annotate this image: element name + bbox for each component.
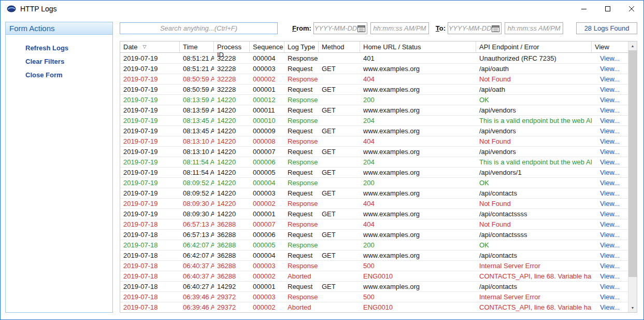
column-header-status[interactable]: Home URL / Status: [360, 41, 476, 52]
cell-status: ENG0010: [360, 271, 476, 281]
cell-method: GET: [319, 64, 360, 74]
from-time-input[interactable]: [371, 23, 428, 34]
cell-view: View...: [592, 126, 628, 136]
view-link[interactable]: View...: [600, 231, 620, 239]
view-link[interactable]: View...: [600, 252, 620, 259]
vertical-scrollbar[interactable]: ▲ ▼: [628, 41, 637, 312]
logs-found-button[interactable]: 28 Logs Found: [576, 22, 637, 34]
view-link[interactable]: View...: [600, 283, 620, 290]
log-row[interactable]: 2019-07-1908:51:21 AM32228000003RequestG…: [120, 64, 628, 74]
view-link[interactable]: View...: [600, 293, 620, 301]
view-link[interactable]: View...: [600, 117, 620, 124]
log-row[interactable]: 2019-07-1908:50:59 AM32228000001RequestG…: [120, 85, 628, 95]
log-row[interactable]: 2019-07-1908:09:30 AM14220000001RequestG…: [120, 209, 628, 219]
sidebar-action-close-form[interactable]: Close Form: [6, 70, 112, 80]
cell-time: 08:13:10 AM: [180, 136, 214, 146]
log-row[interactable]: 2019-07-1908:13:59 AM14220000012Response…: [120, 95, 628, 105]
cell-view: View...: [592, 282, 628, 291]
log-row[interactable]: 2019-07-1806:39:46 AM29372000002AbortedE…: [120, 302, 628, 312]
cell-pid: 14220: [214, 147, 250, 157]
cell-pid: 14220: [214, 178, 250, 188]
log-row[interactable]: 2019-07-1908:09:30 AM14220000002Response…: [120, 199, 628, 209]
view-link[interactable]: View...: [600, 96, 620, 104]
search-input[interactable]: [120, 22, 278, 34]
minimize-button[interactable]: [572, 1, 596, 17]
log-row[interactable]: 2019-07-1908:13:10 AM14220000008Response…: [120, 136, 628, 147]
cell-date: 2019-07-18: [120, 261, 180, 271]
log-row[interactable]: 2019-07-1908:11:54 AM14220000005RequestG…: [120, 168, 628, 178]
view-link[interactable]: View...: [600, 137, 620, 145]
view-link[interactable]: View...: [600, 148, 620, 156]
log-row[interactable]: 2019-07-1908:13:45 AM14220000009RequestG…: [120, 126, 628, 136]
view-link[interactable]: View...: [600, 169, 620, 176]
cell-pid: 14220: [214, 157, 250, 167]
view-link[interactable]: View...: [600, 127, 620, 135]
to-date-input[interactable]: [448, 23, 492, 34]
sidebar-action-clear-filters[interactable]: Clear Filters: [6, 57, 112, 66]
close-button[interactable]: [620, 1, 643, 17]
column-header-pid[interactable]: Process ID: [214, 41, 250, 52]
column-header-type[interactable]: Log Type: [284, 41, 319, 52]
column-header-detail[interactable]: API Endpoint / Error: [476, 41, 592, 52]
scroll-thumb[interactable]: [628, 50, 637, 277]
cell-method: GET: [319, 105, 360, 115]
cell-method: [319, 157, 360, 167]
log-row[interactable]: 2019-07-1806:39:46 AM29372000003Response…: [120, 292, 628, 302]
cell-time: 08:09:30 AM: [180, 209, 214, 219]
log-row[interactable]: 2019-07-1806:40:37 AM36288000002AbortedE…: [120, 271, 628, 282]
view-link[interactable]: View...: [600, 106, 620, 114]
view-link[interactable]: View...: [600, 241, 620, 249]
log-row[interactable]: 2019-07-1908:51:21 AM32228000004Response…: [120, 53, 628, 64]
cell-method: GET: [319, 188, 360, 198]
cell-type: Response: [284, 157, 319, 167]
log-row[interactable]: 2019-07-1908:11:54 AM14220000006Response…: [120, 157, 628, 168]
cell-seq: 000006: [250, 157, 284, 167]
view-link[interactable]: View...: [600, 262, 620, 270]
cell-status: 200: [360, 178, 476, 188]
log-row[interactable]: 2019-07-1806:42:07 AM36288000005Response…: [120, 240, 628, 251]
column-header-seq[interactable]: Sequence: [250, 41, 284, 52]
log-row[interactable]: 2019-07-1806:42:07 AM36288000004RequestG…: [120, 251, 628, 261]
cell-pid: 14220: [214, 105, 250, 115]
calendar-icon[interactable]: [357, 25, 365, 32]
column-header-time[interactable]: Time: [180, 41, 214, 52]
log-row[interactable]: 2019-07-1908:09:52 AM14220000004Response…: [120, 178, 628, 188]
scroll-down-button[interactable]: ▼: [628, 303, 637, 312]
column-header-view[interactable]: View: [592, 41, 628, 52]
view-link[interactable]: View...: [600, 75, 620, 83]
cell-view: View...: [592, 209, 628, 219]
log-row[interactable]: 2019-07-1908:09:52 AM14220000003RequestG…: [120, 188, 628, 199]
scroll-up-button[interactable]: ▲: [628, 41, 637, 50]
view-link[interactable]: View...: [600, 210, 620, 218]
sidebar-action-refresh-logs[interactable]: Refresh Logs: [6, 43, 112, 53]
column-header-method[interactable]: Method: [319, 41, 360, 52]
view-link[interactable]: View...: [600, 220, 620, 228]
cell-type: Response: [284, 116, 319, 126]
to-time-input[interactable]: [505, 23, 563, 34]
view-link[interactable]: View...: [600, 303, 620, 311]
view-link[interactable]: View...: [600, 86, 620, 93]
form-actions-header: Form Actions: [6, 22, 112, 35]
log-row[interactable]: 2019-07-1908:50:59 AM32228000002Response…: [120, 74, 628, 85]
log-row[interactable]: 2019-07-1806:40:27 AM14292000001RequestG…: [120, 282, 628, 292]
maximize-button[interactable]: [596, 1, 620, 17]
log-row[interactable]: 2019-07-1908:13:45 AM14220000010Response…: [120, 116, 628, 126]
cell-date: 2019-07-19: [120, 116, 180, 126]
log-row[interactable]: 2019-07-1908:13:59 AM14220000011RequestG…: [120, 105, 628, 116]
column-header-date[interactable]: Date▽: [120, 41, 180, 52]
view-link[interactable]: View...: [600, 189, 620, 197]
view-link[interactable]: View...: [600, 158, 620, 166]
view-link[interactable]: View...: [600, 65, 620, 73]
from-date-input[interactable]: [314, 23, 357, 34]
view-link[interactable]: View...: [600, 179, 620, 187]
log-row[interactable]: 2019-07-1806:40:37 AM36288000003Response…: [120, 261, 628, 271]
calendar-icon[interactable]: [492, 25, 499, 32]
log-row[interactable]: 2019-07-1806:57:13 AM36288000007Response…: [120, 219, 628, 230]
log-row[interactable]: 2019-07-1806:57:13 AM36288000006RequestG…: [120, 230, 628, 240]
view-link[interactable]: View...: [600, 272, 620, 280]
view-link[interactable]: View...: [600, 54, 620, 62]
cell-status: www.examples.org: [360, 64, 476, 74]
cell-time: 08:11:54 AM: [180, 157, 214, 167]
log-row[interactable]: 2019-07-1908:13:10 AM14220000007RequestG…: [120, 147, 628, 157]
view-link[interactable]: View...: [600, 200, 620, 207]
